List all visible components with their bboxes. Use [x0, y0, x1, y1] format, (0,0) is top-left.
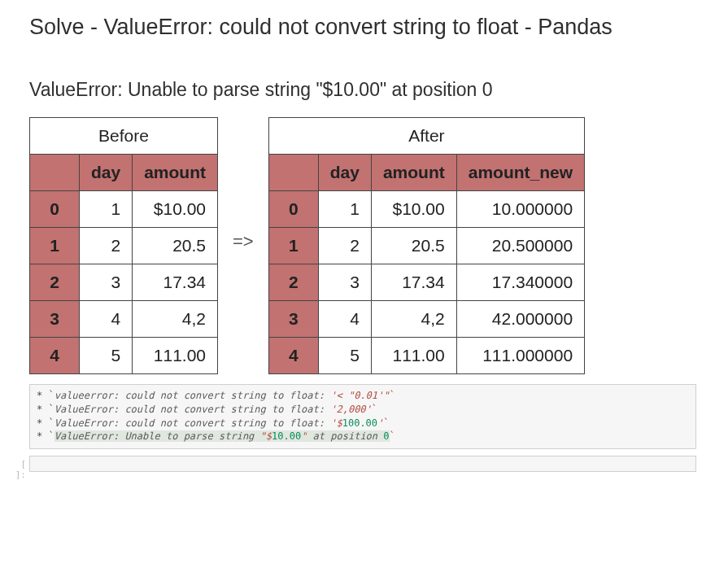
table-row: 4 5 111.00 111.000000	[268, 338, 584, 374]
err4-prefix: "$	[260, 430, 272, 442]
cell-amount: 17.34	[133, 264, 218, 301]
page-title: Solve - ValueError: could not convert st…	[29, 15, 728, 40]
table-row: 4 5 111.00	[30, 338, 218, 374]
backtick-icon: `	[372, 404, 377, 415]
bullet-icon: * `	[37, 390, 54, 401]
cell-amount-new: 111.000000	[456, 338, 584, 374]
document-page: Solve - ValueError: could not convert st…	[0, 0, 728, 480]
cell-day: 3	[318, 264, 371, 301]
err2-text: ValueError: could not convert string to …	[54, 404, 331, 415]
cell-amount: $10.00	[371, 191, 456, 228]
row-index: 1	[268, 228, 318, 264]
cell-day: 1	[80, 191, 133, 228]
table-row: 2 3 17.34 17.340000	[268, 264, 584, 301]
backtick-icon: `	[383, 417, 389, 429]
cell-amount-new: 17.340000	[456, 264, 584, 301]
backtick-icon: `	[390, 390, 395, 401]
table-row: 0 1 $10.00	[30, 191, 218, 228]
before-col-amount: amount	[133, 155, 218, 191]
cell-day: 1	[318, 191, 371, 228]
error-line-3: * `ValueError: could not convert string …	[37, 417, 689, 430]
table-row: 1 2 20.5	[30, 228, 218, 264]
tables-row: Before day amount 0 1 $10.00 1 2 20.5	[29, 117, 728, 374]
before-corner	[30, 155, 80, 191]
cell-amount-new: 42.000000	[456, 301, 584, 338]
err3-text: ValueError: could not convert string to …	[54, 417, 331, 429]
cell-amount-new: 20.500000	[456, 228, 584, 264]
cell-amount: $10.00	[133, 191, 218, 228]
cell-amount: 4,2	[133, 301, 218, 338]
after-col-amount: amount	[371, 155, 456, 191]
arrow-icon: =>	[229, 231, 257, 252]
row-index: 3	[268, 301, 318, 338]
notebook-input-cell[interactable]: [ ]:	[5, 456, 696, 480]
after-caption: After	[268, 118, 584, 155]
before-col-day: day	[80, 155, 133, 191]
cell-day: 4	[318, 301, 371, 338]
before-caption: Before	[30, 118, 218, 155]
cell-prompt-label: [ ]:	[5, 456, 29, 480]
table-row: 0 1 $10.00 10.000000	[268, 191, 584, 228]
cell-day: 3	[80, 264, 133, 301]
page-subtitle: ValueError: Unable to parse string "$10.…	[29, 79, 728, 101]
before-table: Before day amount 0 1 $10.00 1 2 20.5	[29, 117, 218, 374]
err3-prefix: '$	[330, 417, 342, 429]
err4-number: 10.00	[272, 430, 301, 442]
backtick-icon: `	[390, 430, 395, 442]
table-row: 2 3 17.34	[30, 264, 218, 301]
cell-amount: 4,2	[371, 301, 456, 338]
error-line-2: * `ValueError: could not convert string …	[37, 403, 689, 417]
row-index: 1	[30, 228, 80, 264]
row-index: 4	[268, 338, 318, 374]
after-table: After day amount amount_new 0 1 $10.00 1…	[268, 117, 585, 374]
cell-day: 2	[318, 228, 371, 264]
row-index: 4	[30, 338, 80, 374]
cell-amount-new: 10.000000	[456, 191, 584, 228]
cell-day: 5	[80, 338, 133, 374]
error-code-block: * `valueerror: could not convert string …	[29, 384, 696, 449]
cell-amount: 111.00	[371, 338, 456, 374]
row-index: 2	[30, 264, 80, 301]
row-index: 0	[30, 191, 80, 228]
table-row: 3 4 4,2	[30, 301, 218, 338]
bullet-icon: * `	[37, 417, 54, 429]
cell-amount: 111.00	[133, 338, 218, 374]
bullet-icon: * `	[37, 430, 54, 442]
cell-day: 2	[80, 228, 133, 264]
error-line-1: * `valueerror: could not convert string …	[37, 389, 689, 403]
after-col-amount-new: amount_new	[456, 155, 584, 191]
err4-pos: at position	[307, 430, 383, 442]
after-corner	[268, 155, 318, 191]
cell-amount: 17.34	[371, 264, 456, 301]
table-row: 3 4 4,2 42.000000	[268, 301, 584, 338]
err2-value: '2,000'	[330, 404, 372, 415]
after-col-day: day	[318, 155, 371, 191]
bullet-icon: * `	[37, 404, 54, 415]
cell-day: 4	[80, 301, 133, 338]
cell-day: 5	[318, 338, 371, 374]
err4-text: ValueError: Unable to parse string	[54, 430, 260, 442]
err3-number: 100.00	[342, 417, 377, 429]
table-row: 1 2 20.5 20.500000	[268, 228, 584, 264]
row-index: 2	[268, 264, 318, 301]
code-input[interactable]	[29, 456, 696, 472]
row-index: 0	[268, 191, 318, 228]
err1-value: '< "0.01'"	[330, 390, 389, 401]
cell-amount: 20.5	[371, 228, 456, 264]
cell-amount: 20.5	[133, 228, 218, 264]
row-index: 3	[30, 301, 80, 338]
err1-text: valueerror: could not convert string to …	[54, 390, 331, 401]
error-line-4: * `ValueError: Unable to parse string "$…	[37, 430, 689, 443]
err4-posnum: 0	[383, 430, 389, 442]
